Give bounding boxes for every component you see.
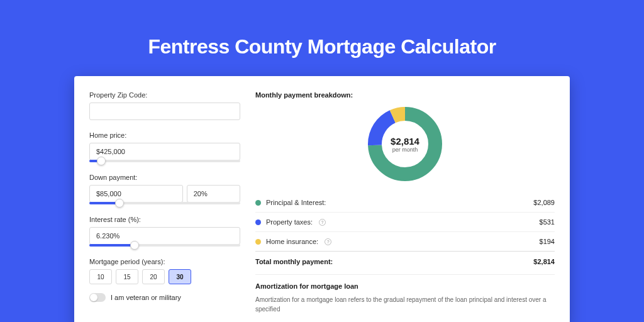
period-button-30[interactable]: 30 [169, 269, 191, 284]
home-price-field: Home price: [89, 131, 240, 162]
period-button-10[interactable]: 10 [89, 269, 112, 284]
legend-label: Home insurance: [266, 238, 318, 245]
info-icon[interactable]: ? [319, 219, 326, 226]
total-row: Total monthly payment: $2,814 [255, 252, 555, 274]
legend-value: $531 [540, 218, 555, 226]
breakdown-panel: Monthly payment breakdown: $2,814 per mo… [255, 91, 555, 322]
page-title: Fentress County Mortgage Calculator [0, 35, 644, 58]
donut-center-value: $2,814 [391, 136, 419, 147]
interest-rate-slider-thumb[interactable] [130, 241, 139, 250]
period-label: Mortgage period (years): [89, 258, 240, 265]
down-payment-input[interactable] [89, 185, 183, 203]
legend-dot [255, 219, 261, 225]
calculator-card: Property Zip Code: Home price: Down paym… [74, 76, 570, 322]
legend-row: Property taxes:?$531 [255, 213, 555, 232]
down-payment-label: Down payment: [89, 174, 240, 181]
total-label: Total monthly payment: [255, 258, 333, 265]
down-payment-slider-thumb[interactable] [115, 199, 124, 208]
info-icon[interactable]: ? [325, 238, 331, 245]
amortization-section: Amortization for mortgage loan Amortizat… [255, 274, 555, 314]
interest-rate-field: Interest rate (%): [89, 216, 240, 247]
interest-rate-label: Interest rate (%): [89, 216, 240, 223]
form-panel: Property Zip Code: Home price: Down paym… [89, 91, 240, 322]
legend-value: $194 [540, 238, 555, 245]
zip-label: Property Zip Code: [89, 91, 240, 99]
period-button-20[interactable]: 20 [142, 269, 165, 284]
breakdown-title: Monthly payment breakdown: [255, 91, 555, 99]
amortization-title: Amortization for mortgage loan [255, 282, 555, 290]
amortization-text: Amortization for a mortgage loan refers … [255, 295, 555, 314]
home-price-label: Home price: [89, 131, 240, 139]
period-field: Mortgage period (years): 10152030 [89, 258, 240, 284]
legend-label: Property taxes: [266, 218, 313, 226]
veteran-toggle[interactable] [89, 293, 106, 302]
interest-rate-input[interactable] [89, 227, 240, 245]
down-payment-field: Down payment: [89, 174, 240, 204]
legend-label: Principal & Interest: [266, 199, 326, 206]
legend-row: Principal & Interest:$2,089 [255, 193, 555, 213]
home-price-slider-thumb[interactable] [97, 157, 106, 165]
interest-rate-slider[interactable] [89, 244, 240, 247]
legend-dot [255, 200, 261, 206]
legend-row: Home insurance:?$194 [255, 232, 555, 252]
home-price-input[interactable] [89, 143, 240, 160]
down-payment-slider[interactable] [89, 202, 240, 204]
veteran-row: I am veteran or military [89, 293, 240, 302]
veteran-label: I am veteran or military [111, 294, 181, 301]
donut-chart: $2,814 per month [255, 106, 555, 182]
period-button-15[interactable]: 15 [116, 269, 138, 284]
home-price-slider[interactable] [89, 160, 240, 162]
legend-value: $2,089 [533, 199, 555, 206]
zip-field: Property Zip Code: [89, 91, 240, 120]
total-value: $2,814 [533, 258, 555, 265]
donut-center-sub: per month [392, 147, 418, 153]
legend-dot [255, 239, 261, 245]
down-payment-pct-input[interactable] [187, 185, 240, 203]
zip-input[interactable] [89, 103, 240, 120]
